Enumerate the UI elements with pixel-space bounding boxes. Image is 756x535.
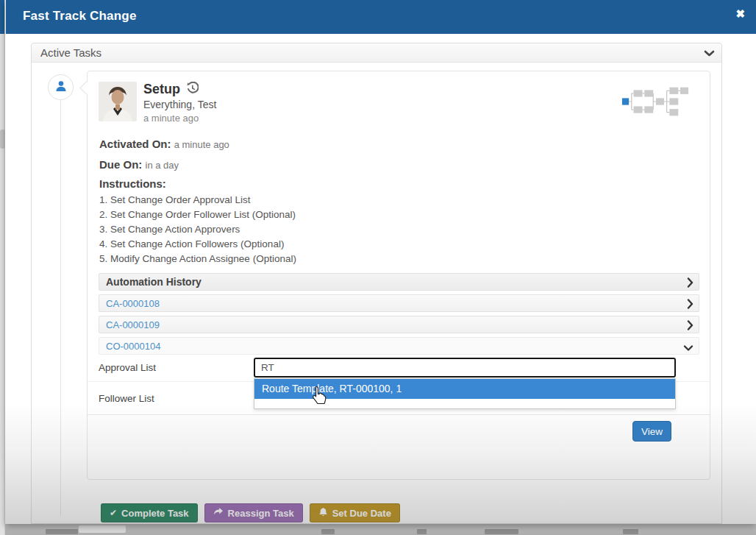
instruction-item: 5. Modify Change Action Assignee (Option…	[99, 252, 698, 266]
approval-list-label: Approval List	[99, 354, 156, 382]
background-content-bar	[623, 529, 638, 534]
complete-task-button[interactable]: ✔ Complete Task	[101, 503, 198, 522]
follower-list-label: Follower List	[99, 382, 154, 415]
due-on-line: Due On: in a day	[99, 155, 698, 175]
screen: Fast Track Change ✖ Active Tasks	[0, 0, 756, 535]
due-on-label: Due On:	[99, 158, 142, 171]
due-on-value: in a day	[146, 160, 179, 171]
task-name: Setup	[143, 82, 180, 97]
background-scrollbar-thumb[interactable]	[0, 130, 5, 149]
history-and-items: Automation History CA-0000108	[88, 266, 710, 355]
history-icon[interactable]	[186, 82, 199, 97]
view-button-row: View	[88, 415, 710, 481]
set-due-date-button[interactable]: Set Due Date	[310, 503, 400, 522]
workflow-diagram-icon[interactable]	[621, 86, 689, 120]
chevron-right-icon	[687, 320, 693, 333]
active-tasks-body: Setup Everything, Test a minute ago	[32, 63, 721, 523]
reassign-arrow-icon	[213, 507, 224, 519]
active-tasks-panel: Active Tasks	[31, 43, 722, 524]
active-tasks-title: Active Tasks	[40, 46, 101, 59]
background-page-left-edge	[0, 0, 5, 535]
activated-on-value: a minute ago	[174, 139, 229, 150]
task-time-ago: a minute ago	[143, 113, 216, 124]
avatar	[99, 82, 137, 121]
task-header-text: Setup Everything, Test a minute ago	[143, 82, 216, 124]
instruction-item: 4. Set Change Action Followers (Optional…	[99, 237, 698, 252]
chevron-down-icon[interactable]	[704, 48, 715, 61]
change-action-link[interactable]: CA-0000109	[106, 319, 160, 330]
change-action-link[interactable]: CA-0000108	[106, 298, 160, 309]
dropdown-option-route-template[interactable]: Route Template, RT-000100, 1	[254, 379, 675, 399]
dropdown-empty-area	[254, 399, 675, 408]
fast-track-change-modal: Fast Track Change ✖ Active Tasks	[5, 0, 756, 524]
reassign-task-button[interactable]: Reassign Task	[204, 503, 303, 522]
instructions-heading: Instructions:	[99, 175, 698, 193]
chevron-right-icon	[687, 299, 693, 312]
task-type-badge	[48, 74, 74, 100]
background-page-header-edge	[0, 0, 4, 34]
approval-list-search-input[interactable]	[254, 358, 676, 378]
instruction-item: 3. Set Change Action Approvers	[99, 222, 698, 237]
related-item-row-ca-0000109[interactable]: CA-0000109	[99, 316, 699, 333]
automation-history-title: Automation History	[106, 276, 202, 288]
related-item-row-ca-0000108[interactable]: CA-0000108	[99, 294, 699, 312]
task-card: Setup Everything, Test a minute ago	[87, 71, 710, 480]
task-card-header: Setup Everything, Test a minute ago	[88, 71, 710, 124]
change-order-row-co-0000104[interactable]: CO-0000104	[99, 337, 699, 355]
set-due-date-label: Set Due Date	[332, 508, 391, 519]
instruction-item: 2. Set Change Order Follower List (Optio…	[99, 208, 698, 222]
background-content-bar	[46, 529, 78, 534]
modal-header: Fast Track Change ✖	[5, 0, 756, 34]
check-icon: ✔	[110, 508, 117, 518]
reassign-task-label: Reassign Task	[228, 508, 294, 519]
person-icon	[54, 79, 68, 96]
modal-title: Fast Track Change	[23, 9, 137, 24]
change-order-link[interactable]: CO-0000104	[106, 341, 160, 352]
task-assignee: Everything, Test	[143, 99, 216, 110]
automation-history-bar[interactable]: Automation History	[99, 273, 699, 291]
activated-on-line: Activated On: a minute ago	[99, 134, 698, 155]
activated-on-label: Activated On:	[99, 138, 171, 150]
background-page-bottom	[5, 524, 756, 535]
instruction-item: 1. Set Change Order Approval List	[99, 193, 698, 208]
complete-task-label: Complete Task	[121, 508, 189, 519]
close-icon[interactable]: ✖	[735, 7, 745, 21]
active-tasks-accordion-header[interactable]: Active Tasks	[32, 43, 721, 63]
background-content-bar	[485, 529, 518, 534]
bell-icon	[318, 507, 328, 520]
chevron-right-icon	[687, 277, 693, 291]
timeline-line	[60, 99, 61, 516]
task-action-buttons: ✔ Complete Task Reassign Task Set Due	[101, 503, 400, 522]
view-button[interactable]: View	[632, 421, 671, 442]
background-content-bar	[417, 529, 427, 534]
change-order-expanded-section: Approval List Follower List Route Templa…	[88, 354, 710, 482]
typeahead-dropdown: Route Template, RT-000100, 1	[254, 378, 676, 409]
background-content-bar	[321, 529, 335, 534]
background-content-box	[79, 525, 126, 533]
task-details: Activated On: a minute ago Due On: in a …	[88, 124, 710, 266]
